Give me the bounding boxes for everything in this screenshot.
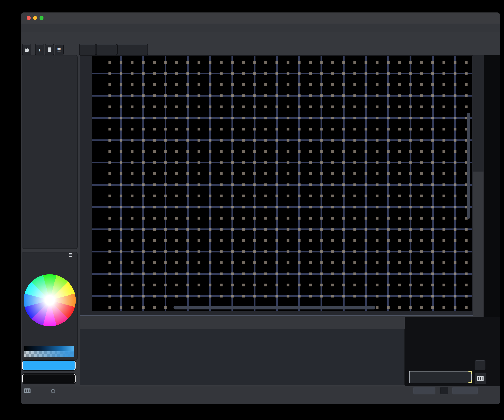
- center-button[interactable]: [96, 44, 117, 55]
- frames-count-icon: [24, 389, 30, 393]
- tab-bar: [21, 32, 500, 42]
- lock-icon: [25, 49, 29, 52]
- palette-sort-button[interactable]: ↓: [35, 44, 44, 55]
- canvas-viewport: [80, 55, 473, 316]
- palette-presets-button[interactable]: [45, 44, 54, 55]
- scale-1-1-button[interactable]: [474, 360, 486, 370]
- canvas-horizontal-scrollbar[interactable]: [174, 306, 375, 309]
- frame-number-input[interactable]: [413, 387, 435, 394]
- minimize-window-button[interactable]: [33, 16, 37, 20]
- hamburger-icon: ≡: [57, 46, 61, 53]
- timeline-toggle-button[interactable]: [474, 372, 486, 384]
- page-icon: [48, 48, 51, 52]
- snap-to-grid-tooltip[interactable]: [409, 371, 472, 383]
- menu-bar: [21, 24, 500, 32]
- add-frame-button[interactable]: [440, 387, 448, 394]
- palette-lock-button[interactable]: [22, 44, 31, 55]
- palette-panel: [22, 55, 78, 249]
- timeline-panel: [80, 329, 405, 385]
- clock-icon: [51, 389, 55, 393]
- zoom-level-display[interactable]: [452, 387, 478, 394]
- sprite-canvas[interactable]: [92, 56, 472, 311]
- alpha-gradient-bar[interactable]: [24, 351, 74, 357]
- zoom-window-button[interactable]: [40, 16, 43, 20]
- title-bar: [21, 12, 500, 24]
- tool-panel: [473, 55, 484, 172]
- shade-gradient-bar[interactable]: [24, 346, 74, 351]
- palette-options-button[interactable]: ≡: [54, 44, 64, 55]
- foreground-color-button[interactable]: [22, 361, 76, 370]
- close-window-button[interactable]: [27, 16, 31, 20]
- background-color-button[interactable]: [22, 374, 76, 383]
- canvas-vertical-scrollbar[interactable]: [467, 113, 470, 219]
- canvas-grid-overlay: [92, 56, 472, 311]
- aseprite-window: ↓ ≡ ≡: [21, 12, 500, 404]
- color-options-icon[interactable]: ≡: [69, 251, 72, 258]
- zoom-100-button[interactable]: [79, 44, 96, 55]
- down-arrow-icon: ↓: [38, 47, 41, 53]
- film-icon: [477, 376, 484, 381]
- color-wheel[interactable]: [24, 274, 76, 326]
- fit-screen-button[interactable]: [117, 44, 148, 55]
